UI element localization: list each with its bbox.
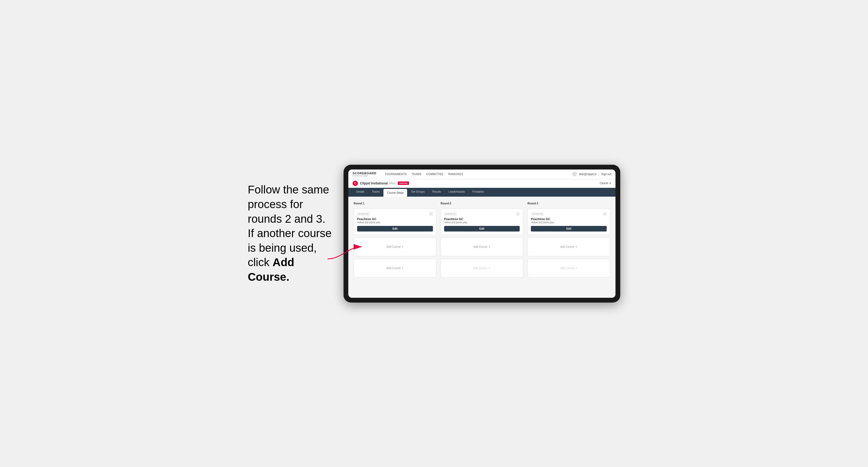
add-course-label-r1-1: Add Course + — [386, 245, 403, 249]
tournament-title: Clippd Invitational — [360, 182, 388, 185]
sign-out-link[interactable]: Sign out — [601, 173, 611, 176]
gender-label: (Men) — [389, 182, 396, 185]
round-1-column: Round 1 (Course A) ○ Peachtree GC Yellow… — [354, 202, 436, 278]
course-card-header: (Course A) ○ — [357, 212, 433, 216]
nav-committee[interactable]: COMMITTEE — [426, 173, 443, 176]
course-name-r2: Peachtree GC — [444, 217, 520, 221]
course-card-header-r3: (Course A) ○ — [531, 212, 607, 216]
edit-button-r2[interactable]: Edit — [444, 226, 520, 231]
plus-icon-r1-2: + — [402, 267, 403, 270]
tab-teams[interactable]: Teams — [368, 188, 383, 197]
edit-button-r3[interactable]: Edit — [531, 226, 607, 231]
add-course-card-r3-2: Add Course + — [527, 259, 610, 278]
add-course-label-r2-1: Add Course + — [473, 245, 490, 249]
round-1-course-card-1: (Course A) ○ Peachtree GC Yellow (M) (66… — [354, 209, 436, 235]
course-remove-btn-r3[interactable]: ○ — [603, 212, 607, 216]
course-info-r1: Yellow (M) (6629 yds) — [357, 221, 433, 224]
plus-icon-r1-1: + — [402, 245, 403, 249]
annotation-text: Follow the same process for rounds 2 and… — [248, 183, 333, 284]
course-name-r3: Peachtree GC — [531, 217, 607, 221]
cancel-button[interactable]: Cancel ✕ — [600, 182, 611, 185]
tab-details[interactable]: Details — [352, 188, 368, 197]
tab-bar: Details Teams Course Setup Tee Groups Re… — [348, 188, 616, 197]
tab-printables[interactable]: Printables — [469, 188, 488, 197]
nav-separator: | — [599, 173, 599, 176]
clippd-icon: C — [352, 181, 358, 186]
nav-links: TOURNAMENTS TEAMS COMMITTEE RANKINGS — [385, 173, 565, 176]
add-course-card-r2-1[interactable]: Add Course + — [441, 238, 523, 256]
rounds-grid: Round 1 (Course A) ○ Peachtree GC Yellow… — [354, 202, 610, 278]
course-card-header-r2: (Course A) ○ — [444, 212, 520, 216]
tab-course-setup[interactable]: Course Setup — [383, 189, 407, 197]
course-remove-btn-r2[interactable]: ○ — [516, 212, 520, 216]
sub-header: C Clippd Invitational (Men) Hosting Canc… — [348, 179, 616, 188]
round-3-label: Round 3 — [527, 202, 610, 205]
main-content: Round 1 (Course A) ○ Peachtree GC Yellow… — [348, 197, 616, 298]
add-course-card-r1-2[interactable]: Add Course + — [354, 259, 436, 278]
hosting-badge: Hosting — [398, 182, 409, 185]
course-tag-r2: (Course A) — [444, 212, 457, 216]
plus-icon-r2-2: + — [489, 267, 490, 270]
add-course-card-r1-1[interactable]: Add Course + — [354, 238, 436, 256]
add-course-label-r3-2: Add Course + — [560, 267, 578, 270]
round-3-course-card-1: (Course A) ○ Peachtree GC Yellow (M) (66… — [527, 209, 610, 235]
course-tag-r1: (Course A) — [357, 212, 370, 216]
round-2-course-card-1: (Course A) ○ Peachtree GC Yellow (M) (66… — [441, 209, 523, 235]
nav-tournaments[interactable]: TOURNAMENTS — [385, 173, 407, 176]
course-info-r3: Yellow (M) (6629 yds) — [531, 221, 607, 224]
top-nav: SCOREBOARD Powered by clippd TOURNAMENTS… — [348, 169, 616, 179]
add-course-card-r3-1[interactable]: Add Course + — [527, 238, 610, 256]
add-course-label-r3-1: Add Course + — [560, 245, 578, 249]
arrow-container: Add Course + — [354, 238, 436, 256]
round-3-column: Round 3 (Course A) ○ Peachtree GC Yellow… — [527, 202, 610, 278]
round-2-column: Round 2 (Course A) ○ Peachtree GC Yellow… — [441, 202, 523, 278]
powered-by: Powered by clippd — [352, 175, 376, 177]
add-course-label-r1-2: Add Course + — [386, 267, 403, 270]
plus-icon-r3-1: + — [576, 245, 578, 249]
logo-text: SCOREBOARD — [352, 172, 376, 175]
add-course-card-r2-2: Add Course + — [441, 259, 523, 278]
nav-right: blair@clippd.io | Sign out — [572, 172, 611, 177]
page-wrapper: Follow the same process for rounds 2 and… — [248, 165, 620, 303]
round-2-label: Round 2 — [441, 202, 523, 205]
user-avatar — [572, 172, 577, 177]
tablet-screen: SCOREBOARD Powered by clippd TOURNAMENTS… — [348, 169, 616, 298]
tab-tee-groups[interactable]: Tee Groups — [407, 188, 428, 197]
plus-icon-r2-1: + — [489, 245, 490, 249]
course-tag-r3: (Course A) — [531, 212, 544, 216]
tablet-device: SCOREBOARD Powered by clippd TOURNAMENTS… — [344, 165, 620, 303]
add-course-label-r2-2: Add Course + — [473, 267, 490, 270]
round-1-label: Round 1 — [354, 202, 436, 205]
plus-icon-r3-2: + — [576, 267, 578, 270]
course-info-r2: Yellow (M) (6629 yds) — [444, 221, 520, 224]
tab-leaderboards[interactable]: Leaderboards — [445, 188, 469, 197]
nav-rankings[interactable]: RANKINGS — [448, 173, 463, 176]
user-email: blair@clippd.io — [579, 173, 597, 176]
edit-button-r1[interactable]: Edit — [357, 226, 433, 231]
course-remove-btn-r1[interactable]: ○ — [429, 212, 433, 216]
scoreboard-logo: SCOREBOARD Powered by clippd — [352, 172, 376, 177]
tab-results[interactable]: Results — [428, 188, 445, 197]
course-name-r1: Peachtree GC — [357, 217, 433, 221]
nav-teams[interactable]: TEAMS — [412, 173, 422, 176]
